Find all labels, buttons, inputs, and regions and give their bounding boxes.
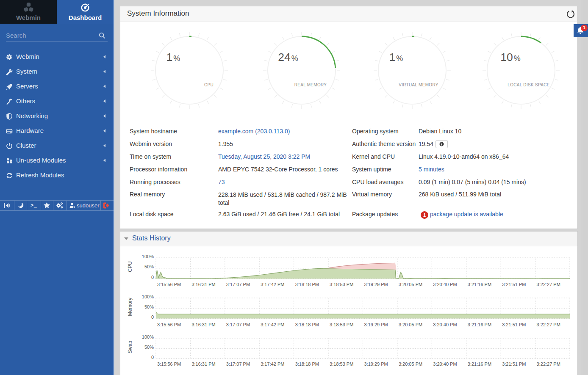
- svg-text:CPU: CPU: [127, 261, 133, 272]
- svg-text:0: 0: [151, 275, 154, 280]
- svg-text:3:21:51 PM: 3:21:51 PM: [502, 361, 526, 367]
- svg-text:50%: 50%: [144, 264, 154, 269]
- svg-text:3:20:40 PM: 3:20:40 PM: [433, 361, 457, 367]
- svg-text:24%: 24%: [278, 51, 298, 63]
- svg-text:100%: 100%: [142, 334, 154, 339]
- svg-text:3:15:56 PM: 3:15:56 PM: [157, 282, 181, 287]
- svg-text:3:18:18 PM: 3:18:18 PM: [295, 282, 319, 287]
- svg-text:3:19:29 PM: 3:19:29 PM: [364, 322, 388, 327]
- svg-text:3:21:51 PM: 3:21:51 PM: [502, 282, 526, 287]
- svg-text:Swap: Swap: [127, 341, 133, 353]
- svg-text:3:17:42 PM: 3:17:42 PM: [261, 322, 284, 327]
- svg-text:3:16:31 PM: 3:16:31 PM: [191, 361, 215, 367]
- svg-text:3:15:56 PM: 3:15:56 PM: [157, 322, 181, 327]
- svg-text:3:16:31 PM: 3:16:31 PM: [191, 322, 215, 327]
- svg-text:3:21:16 PM: 3:21:16 PM: [468, 282, 491, 287]
- svg-text:100%: 100%: [142, 254, 154, 259]
- svg-text:LOCAL DISK SPACE: LOCAL DISK SPACE: [508, 83, 549, 87]
- svg-text:3:19:29 PM: 3:19:29 PM: [364, 361, 388, 367]
- svg-text:3:17:07 PM: 3:17:07 PM: [226, 361, 250, 367]
- svg-text:3:17:07 PM: 3:17:07 PM: [226, 322, 250, 327]
- svg-text:50%: 50%: [144, 345, 154, 350]
- svg-text:VIRTUAL MEMORY: VIRTUAL MEMORY: [399, 83, 438, 87]
- svg-text:3:17:42 PM: 3:17:42 PM: [261, 282, 284, 287]
- svg-text:3:18:18 PM: 3:18:18 PM: [295, 361, 319, 367]
- svg-text:50%: 50%: [144, 304, 154, 309]
- svg-text:3:18:53 PM: 3:18:53 PM: [330, 361, 353, 367]
- svg-text:100%: 100%: [142, 294, 154, 299]
- svg-text:0: 0: [151, 314, 154, 320]
- svg-text:3:22:27 PM: 3:22:27 PM: [537, 361, 560, 367]
- svg-text:3:16:31 PM: 3:16:31 PM: [191, 282, 215, 287]
- svg-text:3:20:05 PM: 3:20:05 PM: [399, 322, 422, 327]
- svg-text:3:15:56 PM: 3:15:56 PM: [157, 361, 181, 367]
- svg-text:3:18:53 PM: 3:18:53 PM: [330, 282, 353, 287]
- svg-text:REAL MEMORY: REAL MEMORY: [294, 83, 327, 87]
- svg-text:3:20:05 PM: 3:20:05 PM: [399, 361, 422, 367]
- svg-text:3:20:05 PM: 3:20:05 PM: [399, 282, 422, 287]
- svg-text:3:22:27 PM: 3:22:27 PM: [537, 322, 560, 327]
- svg-text:3:17:42 PM: 3:17:42 PM: [261, 361, 284, 367]
- svg-text:10%: 10%: [500, 51, 521, 63]
- svg-text:3:22:27 PM: 3:22:27 PM: [537, 282, 560, 287]
- svg-text:3:18:18 PM: 3:18:18 PM: [295, 322, 319, 327]
- svg-text:3:21:51 PM: 3:21:51 PM: [502, 322, 526, 327]
- svg-text:1%: 1%: [389, 51, 403, 63]
- svg-text:3:21:16 PM: 3:21:16 PM: [468, 361, 491, 367]
- svg-text:1%: 1%: [166, 51, 180, 63]
- svg-text:0: 0: [151, 355, 154, 360]
- svg-text:3:20:40 PM: 3:20:40 PM: [433, 322, 457, 327]
- svg-text:3:17:07 PM: 3:17:07 PM: [226, 282, 250, 287]
- svg-text:CPU: CPU: [204, 83, 214, 87]
- svg-text:3:19:29 PM: 3:19:29 PM: [364, 282, 388, 287]
- svg-text:Memory: Memory: [127, 298, 133, 316]
- svg-text:3:20:40 PM: 3:20:40 PM: [433, 282, 457, 287]
- svg-text:3:18:53 PM: 3:18:53 PM: [330, 322, 353, 327]
- svg-text:3:21:16 PM: 3:21:16 PM: [468, 322, 491, 327]
